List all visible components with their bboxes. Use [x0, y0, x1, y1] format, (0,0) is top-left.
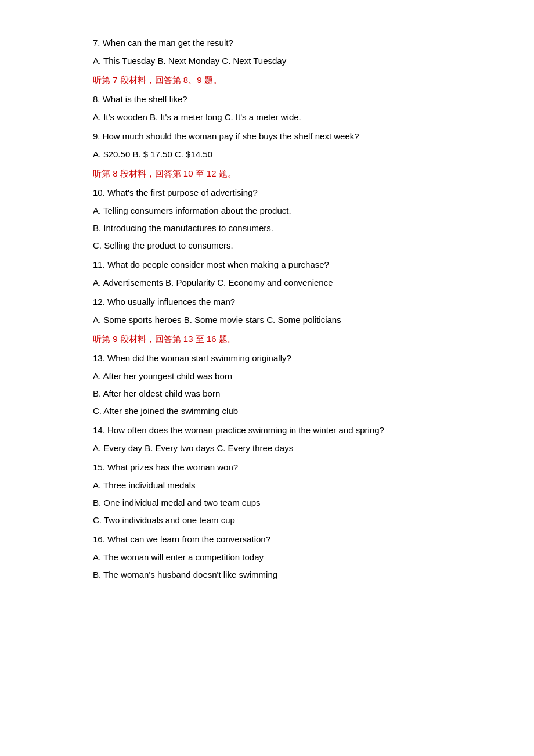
q15-option-c: C. Two individuals and one team cup: [93, 512, 441, 528]
question-9: 9. How much should the woman pay if she …: [93, 128, 441, 162]
q9-options: A. $20.50 B. $ 17.50 C. $14.50: [93, 146, 441, 162]
q15-text: 15. What prizes has the woman won?: [93, 459, 441, 475]
q13-option-c: C. After she joined the swimming club: [93, 403, 441, 419]
q16-text: 16. What can we learn from the conversat…: [93, 531, 441, 547]
section-header-9: 听第 9 段材料，回答第 13 至 16 题。: [93, 331, 441, 347]
q12-options: A. Some sports heroes B. Some movie star…: [93, 312, 441, 327]
q12-text: 12. Who usually influences the man?: [93, 294, 441, 309]
q11-options: A. Advertisements B. Popularity C. Econo…: [93, 275, 441, 290]
q11-text: 11. What do people consider most when ma…: [93, 257, 441, 272]
q10-text: 10. What's the first purpose of advertis…: [93, 185, 441, 200]
q10-option-a: A. Telling consumers information about t…: [93, 203, 441, 218]
q15-option-a: A. Three individual medals: [93, 477, 441, 493]
q8-text: 8. What is the shelf like?: [93, 91, 441, 107]
q10-option-b: B. Introducing the manufactures to consu…: [93, 220, 441, 236]
question-11: 11. What do people consider most when ma…: [93, 257, 441, 290]
q13-text: 13. When did the woman start swimming or…: [93, 350, 441, 366]
question-16: 16. What can we learn from the conversat…: [93, 531, 441, 582]
q14-text: 14. How often does the woman practice sw…: [93, 422, 441, 438]
q16-option-b: B. The woman's husband doesn't like swim…: [93, 567, 441, 582]
question-13: 13. When did the woman start swimming or…: [93, 350, 441, 419]
q13-option-b: B. After her oldest child was born: [93, 386, 441, 401]
q15-option-b: B. One individual medal and two team cup…: [93, 495, 441, 510]
q9-text: 9. How much should the woman pay if she …: [93, 128, 441, 144]
question-15: 15. What prizes has the woman won? A. Th…: [93, 459, 441, 528]
q13-option-a: A. After her youngest child was born: [93, 368, 441, 384]
section-header-7: 听第 7 段材料，回答第 8、9 题。: [93, 72, 441, 88]
question-7: 7. When can the man get the result? A. T…: [93, 35, 441, 69]
q7-options: A. This Tuesday B. Next Monday C. Next T…: [93, 53, 441, 69]
q7-text: 7. When can the man get the result?: [93, 35, 441, 51]
q10-option-c: C. Selling the product to consumers.: [93, 237, 441, 253]
question-14: 14. How often does the woman practice sw…: [93, 422, 441, 456]
q14-options: A. Every day B. Every two days C. Every …: [93, 440, 441, 456]
question-8: 8. What is the shelf like? A. It's woode…: [93, 91, 441, 125]
question-10: 10. What's the first purpose of advertis…: [93, 185, 441, 253]
q8-options: A. It's wooden B. It's a meter long C. I…: [93, 109, 441, 125]
question-12: 12. Who usually influences the man? A. S…: [93, 294, 441, 327]
q16-option-a: A. The woman will enter a competition to…: [93, 549, 441, 565]
section-header-8: 听第 8 段材料，回答第 10 至 12 题。: [93, 165, 441, 181]
